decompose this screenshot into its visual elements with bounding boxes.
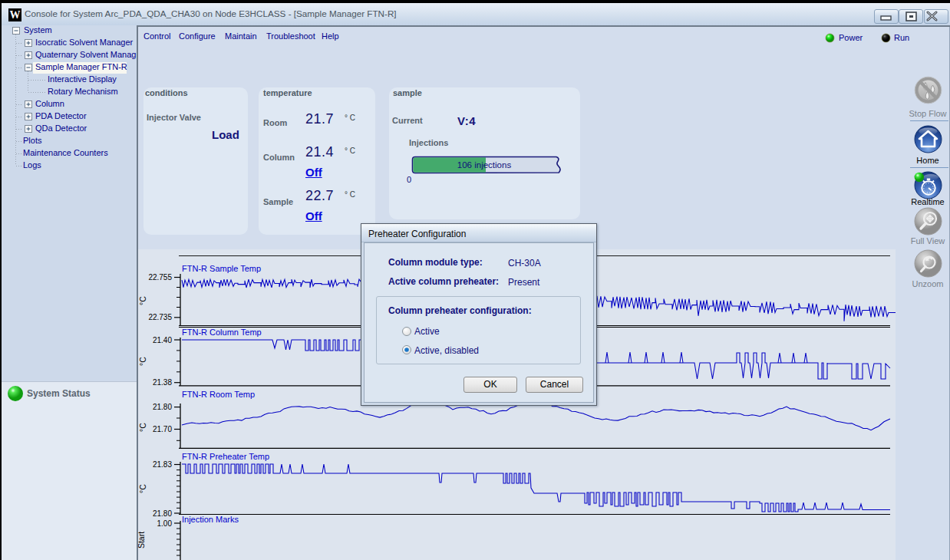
svg-text:°C: °C	[138, 484, 147, 493]
svg-text:21.38: 21.38	[153, 378, 172, 387]
svg-text:FTN-R Room Temp: FTN-R Room Temp	[182, 390, 255, 399]
svg-text:21.40: 21.40	[153, 336, 172, 344]
svg-text:Injection Marks: Injection Marks	[182, 515, 239, 524]
svg-text:1.00: 1.00	[157, 519, 173, 528]
svg-text:21.80: 21.80	[153, 403, 172, 411]
svg-text:FTN-R Column Temp: FTN-R Column Temp	[182, 328, 262, 337]
svg-text:Start: Start	[138, 532, 146, 548]
svg-text:22.755: 22.755	[148, 273, 172, 282]
svg-text:21.80: 21.80	[153, 509, 172, 518]
svg-text:21.70: 21.70	[153, 425, 172, 433]
svg-text:°C: °C	[138, 296, 147, 305]
svg-text:FTN-R Sample Temp: FTN-R Sample Temp	[182, 264, 261, 273]
svg-text:22.735: 22.735	[148, 313, 172, 321]
svg-text:°C: °C	[138, 357, 147, 366]
svg-text:FTN-R Preheater Temp: FTN-R Preheater Temp	[182, 452, 269, 461]
svg-text:106 injections: 106 injections	[457, 160, 512, 170]
svg-text:21.83: 21.83	[153, 460, 172, 469]
svg-text:°C: °C	[138, 423, 147, 432]
